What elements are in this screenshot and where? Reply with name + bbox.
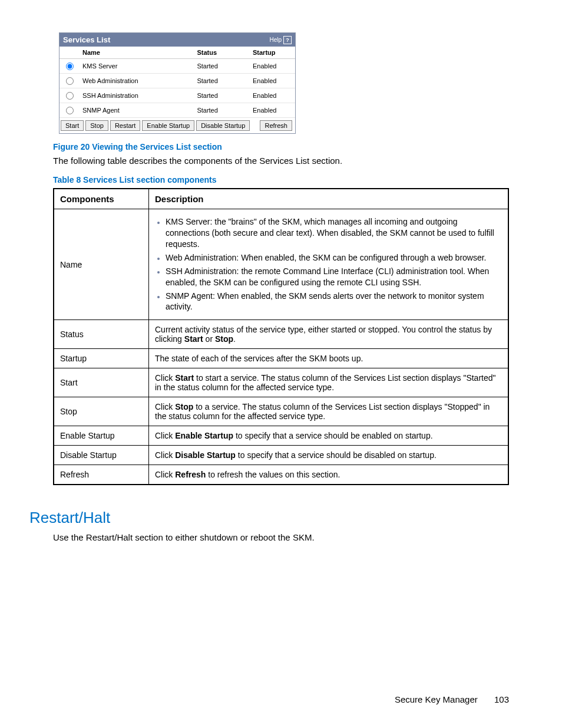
service-name: SSH Administration <box>79 88 193 103</box>
comp-cell: Startup <box>54 349 149 368</box>
table-row: Web AdministrationStartedEnabled <box>59 74 295 88</box>
footer-page: 103 <box>494 694 509 704</box>
service-name: Web Administration <box>79 74 193 88</box>
desc-cell: Click Enable Startup to specify that a s… <box>149 426 509 446</box>
service-radio[interactable] <box>66 92 74 100</box>
restart-halt-text: Use the Restart/Halt section to either s… <box>53 532 509 543</box>
table-row: StatusCurrent activity status of the ser… <box>54 320 508 349</box>
service-status: Started <box>193 103 249 118</box>
comp-cell: Status <box>54 320 149 349</box>
page-footer: Secure Key Manager 103 <box>395 694 509 704</box>
th-name: Name <box>79 47 193 59</box>
panel-buttons: Start Stop Restart Enable Startup Disabl… <box>59 118 295 133</box>
th-startup: Startup <box>249 47 295 59</box>
list-item: SNMP Agent: When enabled, the SKM sends … <box>166 291 502 313</box>
th-components: Components <box>54 189 149 209</box>
desc-cell: Click Refresh to refresh the values on t… <box>149 465 509 485</box>
service-radio[interactable] <box>66 62 74 70</box>
service-name: SNMP Agent <box>79 103 193 118</box>
list-item: Web Administration: When enabled, the SK… <box>166 252 502 263</box>
service-status: Started <box>193 59 249 74</box>
footer-title: Secure Key Manager <box>395 694 478 704</box>
table-row: StopClick Stop to a service. The status … <box>54 397 508 426</box>
restart-halt-heading: Restart/Halt <box>29 509 509 527</box>
services-table: Name Status Startup KMS ServerStartedEna… <box>59 47 295 118</box>
list-item: SSH Administration: the remote Command L… <box>166 266 502 288</box>
refresh-button[interactable]: Refresh <box>260 120 292 131</box>
disable-startup-button[interactable]: Disable Startup <box>196 120 250 131</box>
help-label: Help <box>269 37 282 43</box>
service-radio[interactable] <box>66 77 74 85</box>
comp-cell: Start <box>54 368 149 397</box>
stop-button[interactable]: Stop <box>85 120 108 131</box>
service-startup: Enabled <box>249 103 295 118</box>
service-startup: Enabled <box>249 59 295 74</box>
services-list-panel: Services List Help ? Name Status Startup… <box>59 32 296 134</box>
service-name: KMS Server <box>79 59 193 74</box>
panel-title: Services List <box>63 35 110 44</box>
comp-cell: Enable Startup <box>54 426 149 446</box>
panel-header: Services List Help ? <box>59 33 295 47</box>
desc-cell: Click Disable Startup to specify that a … <box>149 446 509 465</box>
service-status: Started <box>193 74 249 88</box>
th-status: Status <box>193 47 249 59</box>
service-startup: Enabled <box>249 88 295 103</box>
comp-name-cell: Name <box>54 209 149 320</box>
table-row: StartupThe state of each of the services… <box>54 349 508 368</box>
components-table: Components Description Name KMS Server: … <box>53 188 509 485</box>
desc-cell: Click Start to start a service. The stat… <box>149 368 509 397</box>
restart-button[interactable]: Restart <box>110 120 140 131</box>
table-caption: Table 8 Services List section components <box>53 175 509 185</box>
start-button[interactable]: Start <box>61 120 84 131</box>
table-row: SNMP AgentStartedEnabled <box>59 103 295 118</box>
comp-cell: Disable Startup <box>54 446 149 465</box>
table-row: RefreshClick Refresh to refresh the valu… <box>54 465 508 485</box>
desc-cell: The state of each of the services after … <box>149 349 509 368</box>
comp-cell: Refresh <box>54 465 149 485</box>
help-icon: ? <box>283 36 292 44</box>
th-description: Description <box>149 189 509 209</box>
service-startup: Enabled <box>249 74 295 88</box>
service-status: Started <box>193 88 249 103</box>
comp-name-desc: KMS Server: the "brains" of the SKM, whi… <box>149 209 509 320</box>
help-link[interactable]: Help ? <box>269 36 292 44</box>
enable-startup-button[interactable]: Enable Startup <box>142 120 194 131</box>
intro-text: The following table describes the compon… <box>53 155 509 167</box>
comp-cell: Stop <box>54 397 149 426</box>
list-item: KMS Server: the "brains" of the SKM, whi… <box>166 216 502 250</box>
table-row: Disable StartupClick Disable Startup to … <box>54 446 508 465</box>
service-radio[interactable] <box>66 107 74 114</box>
table-row: SSH AdministrationStartedEnabled <box>59 88 295 103</box>
table-row: Name KMS Server: the "brains" of the SKM… <box>54 209 508 320</box>
table-row: KMS ServerStartedEnabled <box>59 59 295 74</box>
table-row: Enable StartupClick Enable Startup to sp… <box>54 426 508 446</box>
desc-cell: Current activity status of the service t… <box>149 320 509 349</box>
table-row: StartClick Start to start a service. The… <box>54 368 508 397</box>
figure-caption: Figure 20 Viewing the Services List sect… <box>53 142 509 151</box>
desc-cell: Click Stop to a service. The status colu… <box>149 397 509 426</box>
